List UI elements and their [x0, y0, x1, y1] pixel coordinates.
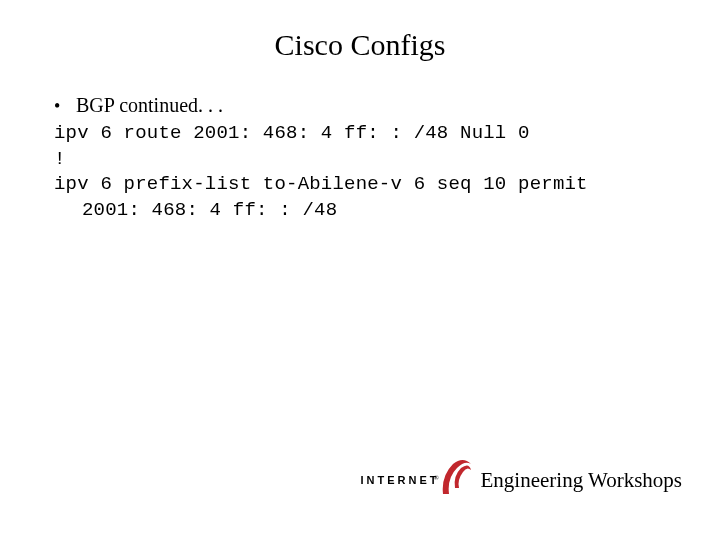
bullet-item: • BGP continued. . .: [54, 92, 680, 119]
footer: INTERNET ® Engineering Workshops: [361, 462, 682, 498]
bullet-symbol: •: [54, 94, 76, 118]
slide: Cisco Configs • BGP continued. . . ipv 6…: [0, 0, 720, 540]
logo-wordmark: INTERNET: [361, 474, 440, 486]
internet2-logo: INTERNET ®: [361, 462, 471, 498]
code-line-3: ipv 6 prefix-list to-Abilene-v 6 seq 10 …: [54, 172, 680, 198]
logo-swoosh-icon: [439, 458, 473, 498]
code-line-2: !: [54, 147, 680, 173]
code-line-1: ipv 6 route 2001: 468: 4 ff: : /48 Null …: [54, 121, 680, 147]
bullet-text: BGP continued. . .: [76, 92, 223, 119]
code-line-4: 2001: 468: 4 ff: : /48: [54, 198, 680, 224]
slide-title: Cisco Configs: [40, 28, 680, 62]
slide-content: • BGP continued. . . ipv 6 route 2001: 4…: [40, 92, 680, 224]
footer-tagline: Engineering Workshops: [481, 468, 682, 493]
